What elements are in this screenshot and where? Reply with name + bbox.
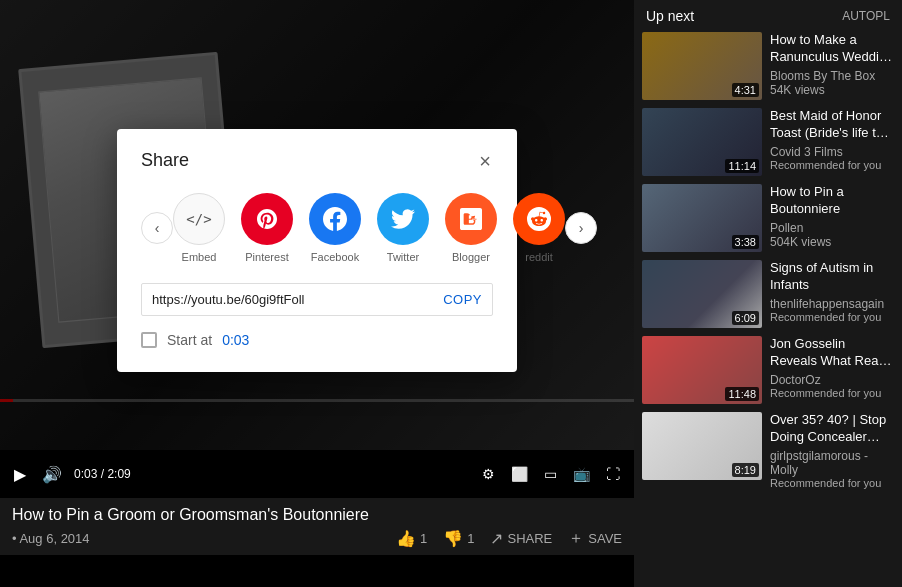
volume-button[interactable]: 🔊 bbox=[38, 461, 66, 488]
duration-6: 8:19 bbox=[732, 463, 759, 477]
share-icon: ↗ bbox=[490, 529, 503, 548]
twitter-icon bbox=[377, 193, 429, 245]
duration-5: 11:48 bbox=[725, 387, 759, 401]
thumbs-up-icon: 👍 bbox=[396, 529, 416, 548]
sidebar-item-info-3: How to Pin a Boutonniere Pollen 504K vie… bbox=[770, 184, 894, 252]
share-twitter-button[interactable]: Twitter bbox=[377, 193, 429, 263]
play-button[interactable]: ▶ bbox=[10, 461, 30, 488]
scroll-left-button[interactable]: ‹ bbox=[141, 212, 173, 244]
thumbnail-3: 3:38 bbox=[642, 184, 762, 252]
sidebar-item-info-2: Best Maid of Honor Toast (Bride's life t… bbox=[770, 108, 894, 176]
sidebar-item-views-3: 504K views bbox=[770, 235, 894, 249]
video-meta-row: • Aug 6, 2014 👍 1 👎 1 ↗ SHARE bbox=[12, 528, 622, 549]
like-button[interactable]: 👍 1 bbox=[396, 529, 427, 548]
share-modal: Share × ‹ </> Embed bbox=[117, 129, 517, 372]
share-button[interactable]: ↗ SHARE bbox=[490, 529, 552, 548]
twitter-label: Twitter bbox=[387, 251, 419, 263]
facebook-label: Facebook bbox=[311, 251, 359, 263]
thumbnail-2: 11:14 bbox=[642, 108, 762, 176]
share-icons-row: ‹ </> Embed bbox=[141, 193, 493, 263]
theater-button[interactable]: ▭ bbox=[540, 462, 561, 486]
copy-button[interactable]: COPY bbox=[443, 292, 482, 307]
start-at-label: Start at bbox=[167, 332, 212, 348]
sidebar-item-channel-2: Covid 3 Films bbox=[770, 145, 894, 159]
pinterest-icon bbox=[241, 193, 293, 245]
sidebar-item-title-6: Over 35? 40? | Stop Doing Concealer Like… bbox=[770, 412, 894, 446]
duration-4: 6:09 bbox=[732, 311, 759, 325]
video-actions: 👍 1 👎 1 ↗ SHARE ＋ SAVE bbox=[396, 528, 622, 549]
share-pinterest-button[interactable]: Pinterest bbox=[241, 193, 293, 263]
share-icons-list: </> Embed Pinterest bbox=[173, 193, 565, 263]
save-icon: ＋ bbox=[568, 528, 584, 549]
sidebar-item-views-1: 54K views bbox=[770, 83, 894, 97]
time-display: 0:03 / 2:09 bbox=[74, 467, 131, 481]
pinterest-label: Pinterest bbox=[245, 251, 288, 263]
blogger-icon bbox=[445, 193, 497, 245]
video-date: • Aug 6, 2014 bbox=[12, 531, 90, 546]
video-player: How to pin on a boutonniere Share × ‹ bbox=[0, 0, 634, 450]
dislike-button[interactable]: 👎 1 bbox=[443, 529, 474, 548]
fullscreen-button[interactable]: ⛶ bbox=[602, 462, 624, 486]
settings-button[interactable]: ⚙ bbox=[478, 462, 499, 486]
sidebar-item-title-2: Best Maid of Honor Toast (Bride's life t… bbox=[770, 108, 894, 142]
sidebar-item[interactable]: 3:38 How to Pin a Boutonniere Pollen 504… bbox=[642, 184, 894, 252]
sidebar-item-channel-5: DoctorOz bbox=[770, 373, 894, 387]
thumbnail-6: 8:19 bbox=[642, 412, 762, 480]
save-button[interactable]: ＋ SAVE bbox=[568, 528, 622, 549]
duration-1: 4:31 bbox=[732, 83, 759, 97]
thumbnail-5: 11:48 bbox=[642, 336, 762, 404]
share-blogger-button[interactable]: Blogger bbox=[445, 193, 497, 263]
autoplay-label: AUTOPL bbox=[842, 9, 890, 23]
embed-icon: </> bbox=[173, 193, 225, 245]
blogger-label: Blogger bbox=[452, 251, 490, 263]
sidebar-item[interactable]: 6:09 Signs of Autism in Infants thenlife… bbox=[642, 260, 894, 328]
embed-label: Embed bbox=[182, 251, 217, 263]
sidebar-item-rec-6: Recommended for you bbox=[770, 477, 894, 489]
share-facebook-button[interactable]: Facebook bbox=[309, 193, 361, 263]
start-at-checkbox[interactable] bbox=[141, 332, 157, 348]
sidebar-item[interactable]: 11:48 Jon Gosselin Reveals What Really H… bbox=[642, 336, 894, 404]
cast-button[interactable]: 📺 bbox=[569, 462, 594, 486]
sidebar-item-channel-3: Pollen bbox=[770, 221, 894, 235]
scroll-right-button[interactable]: › bbox=[565, 212, 597, 244]
sidebar-item-info-6: Over 35? 40? | Stop Doing Concealer Like… bbox=[770, 412, 894, 489]
duration-2: 11:14 bbox=[725, 159, 759, 173]
sidebar-item[interactable]: 4:31 How to Make a Ranunculus Wedding Bo… bbox=[642, 32, 894, 100]
sidebar-item-info-1: How to Make a Ranunculus Wedding Boutonn… bbox=[770, 32, 894, 100]
start-at-time: 0:03 bbox=[222, 332, 249, 348]
modal-title: Share bbox=[141, 150, 189, 171]
sidebar-item[interactable]: 11:14 Best Maid of Honor Toast (Bride's … bbox=[642, 108, 894, 176]
up-next-label: Up next bbox=[646, 8, 694, 24]
sidebar-item[interactable]: 8:19 Over 35? 40? | Stop Doing Concealer… bbox=[642, 412, 894, 489]
sidebar: Up next AUTOPL 4:31 How to Make a Ranunc… bbox=[634, 0, 902, 587]
sidebar-item-info-5: Jon Gosselin Reveals What Really Happene… bbox=[770, 336, 894, 404]
video-controls: ▶ 🔊 0:03 / 2:09 ⚙ ⬜ ▭ 📺 ⛶ bbox=[0, 450, 634, 498]
modal-header: Share × bbox=[141, 149, 493, 173]
thumbnail-4: 6:09 bbox=[642, 260, 762, 328]
sidebar-item-rec-2: Recommended for you bbox=[770, 159, 894, 171]
sidebar-item-rec-4: Recommended for you bbox=[770, 311, 894, 323]
video-title: How to Pin a Groom or Groomsman's Bouton… bbox=[12, 506, 622, 524]
share-embed-button[interactable]: </> Embed bbox=[173, 193, 225, 263]
sidebar-item-channel-1: Blooms By The Box bbox=[770, 69, 894, 83]
reddit-label: reddit bbox=[525, 251, 553, 263]
reddit-icon bbox=[513, 193, 565, 245]
sidebar-item-title-4: Signs of Autism in Infants bbox=[770, 260, 894, 294]
share-reddit-button[interactable]: reddit bbox=[513, 193, 565, 263]
start-at-row: Start at 0:03 bbox=[141, 332, 493, 348]
modal-overlay: Share × ‹ </> Embed bbox=[0, 0, 634, 450]
sidebar-item-rec-5: Recommended for you bbox=[770, 387, 894, 399]
duration-3: 3:38 bbox=[732, 235, 759, 249]
facebook-icon bbox=[309, 193, 361, 245]
miniplayer-button[interactable]: ⬜ bbox=[507, 462, 532, 486]
sidebar-item-title-5: Jon Gosselin Reveals What Really Happene… bbox=[770, 336, 894, 370]
video-info: How to Pin a Groom or Groomsman's Bouton… bbox=[0, 498, 634, 555]
video-section: How to pin on a boutonniere Share × ‹ bbox=[0, 0, 634, 587]
sidebar-item-title-1: How to Make a Ranunculus Wedding Boutonn… bbox=[770, 32, 894, 66]
sidebar-item-channel-4: thenlifehappensagain bbox=[770, 297, 894, 311]
sidebar-item-channel-6: girlpstgilamorous - Molly bbox=[770, 449, 894, 477]
close-button[interactable]: × bbox=[477, 149, 493, 173]
share-url: https://youtu.be/60gi9ftFoll bbox=[152, 292, 435, 307]
sidebar-item-title-3: How to Pin a Boutonniere bbox=[770, 184, 894, 218]
url-row: https://youtu.be/60gi9ftFoll COPY bbox=[141, 283, 493, 316]
